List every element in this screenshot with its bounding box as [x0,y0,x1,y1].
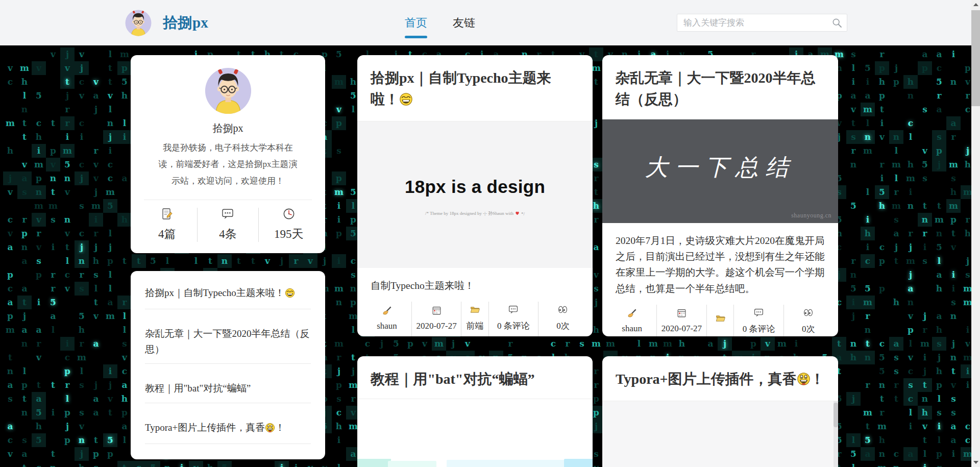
article-card: 教程｜用"bat"对抗“蝙蝠” [357,356,593,467]
meta-label: 0次 [802,323,815,335]
smile-emoji [265,423,275,433]
text-segment: 拾捌px｜自制Typecho主题来啦！ [145,287,285,298]
article-cover-image[interactable] [602,401,838,467]
recent-article-link[interactable]: 教程｜用"bat"对抗“蝙蝠” [145,381,311,403]
recent-article-link[interactable]: 拾捌px｜自制Typecho主题来啦！ [145,285,311,309]
search-input[interactable] [677,18,831,28]
site-title: 拾捌px [163,13,208,33]
calendar-icon [432,306,442,318]
pen-icon [382,306,392,315]
pen-icon [382,306,392,318]
article-cover-image[interactable]: 大一下总结 shaunyoung.cn [602,119,838,223]
comment-icon [222,208,234,220]
folder-icon [716,313,725,326]
text-segment: ！ [275,422,285,433]
recent-article-link[interactable]: 杂乱无章｜大一下暨2020半年总结（反思） [145,326,311,364]
smile-emoji [797,372,811,386]
article-card: 杂乱无章｜大一下暨2020半年总结（反思） 大一下总结 shaunyoung.c… [602,55,838,336]
comment-icon [754,308,764,317]
meta-comments[interactable]: 0 条评论 [734,305,783,336]
grin-emoji [285,287,295,303]
meta-category[interactable] [707,305,734,336]
meta-label: 0 条评论 [497,320,530,332]
grin-emoji [399,91,413,112]
meta-category[interactable]: 前端 [461,302,489,336]
site-logo-avatar-icon [125,10,152,36]
memo-icon [161,208,173,223]
article-title[interactable]: Typora+图片上传插件，真香！ [602,356,838,401]
scrollbar-thumb[interactable] [971,10,980,106]
eyes-icon [803,308,813,317]
text-segment: 教程｜用"bat"对抗“蝙蝠” [145,383,251,394]
cover-heading: 18px is a design [357,121,593,197]
grin-emoji [399,92,413,106]
meta-author[interactable]: shaun [362,302,412,336]
meta-author[interactable]: shaun [607,305,657,336]
cover-art-shape [357,459,391,467]
calendar-icon [432,306,442,315]
search-icon [831,17,843,29]
article-meta-row: shaun2020-07-27前端0 条评论0次 [357,302,593,336]
profile-name: 拾捌px [131,121,325,135]
profile-stats: 4篇4条195天 [131,200,325,242]
article-card: 拾捌px｜自制Typecho主题来啦！ 18px is a design /* … [357,55,593,336]
main-nav: 首页友链 [405,0,475,45]
eyes-icon [558,305,568,317]
eyes-icon [558,305,568,314]
cover-image-scrollbar [834,401,838,467]
meta-views: 0次 [784,305,833,336]
text-segment: ！ [811,371,825,387]
article-cover-image[interactable] [357,399,593,467]
profile-bio: 我是孙轶扬，电子科技大学本科在读，前端爱好者，这是拾捌px主题演示站，欢迎访问，… [155,140,301,189]
meta-label: 前端 [467,320,484,332]
folder-icon [470,305,480,314]
recent-article-link[interactable]: Typora+图片上传插件，真香！ [145,420,311,444]
meta-comments[interactable]: 0 条评论 [489,302,538,336]
stat-posts: 4篇 [137,208,198,242]
text-segment: 杂乱无章｜大一下暨2020半年总结（反思） [145,328,310,354]
clock-icon [283,208,295,223]
meta-label: 2020-07-27 [416,321,456,331]
clock-icon [283,208,295,220]
article-title[interactable]: 杂乱无章｜大一下暨2020半年总结（反思） [602,55,838,119]
article-cover-image[interactable]: 18px is a design /* Theme by 18px design… [357,121,593,268]
text-segment: 拾捌px｜自制Typecho主题来啦！ [371,70,551,107]
meta-views: 0次 [538,302,587,336]
search-icon[interactable] [831,17,843,29]
comment-icon [508,305,518,317]
nav-item-friend-links[interactable]: 友链 [453,0,475,45]
site-logo[interactable]: 拾捌px [125,0,208,45]
stat-value: 4篇 [158,226,176,242]
text-segment: Typora+图片上传插件，真香 [145,422,265,433]
scroll-down-arrow[interactable] [973,461,978,464]
smile-emoji [797,371,811,392]
scroll-up-arrow[interactable] [973,3,978,6]
site-header: 拾捌px 首页友链 [0,0,980,45]
profile-card: 拾捌px 我是孙轶扬，电子科技大学本科在读，前端爱好者，这是拾捌px主题演示站，… [131,55,325,253]
recent-articles-list: 拾捌px｜自制Typecho主题来啦！杂乱无章｜大一下暨2020半年总结（反思）… [131,271,325,444]
heart-icon [515,211,520,216]
stat-comments: 4条 [198,208,258,242]
meta-date: 2020-07-27 [657,305,706,336]
article-title[interactable]: 教程｜用"bat"对抗“蝙蝠” [357,356,593,399]
cover-art-shape [388,461,436,467]
nav-item-home[interactable]: 首页 [405,0,427,45]
article-card: Typora+图片上传插件，真香！ [602,356,838,467]
stat-days: 195天 [259,208,319,242]
calendar-icon [677,308,687,321]
eyes-icon [803,308,813,320]
text-segment: 杂乱无章｜大一下暨2020半年总结（反思） [616,70,815,107]
meta-label: 0次 [556,320,570,332]
avatar-illustration [205,67,252,114]
profile-avatar [205,67,252,114]
page-scrollbar[interactable] [971,0,980,467]
folder-icon [470,305,480,317]
article-excerpt: 2020年7月1日，史诗级灾难大片2020在魔鬼开局之后，目前演出已经过半，没想… [602,223,838,297]
grin-emoji [285,288,295,298]
pen-icon [627,308,637,318]
meta-label: 2020-07-27 [662,324,702,334]
text-segment: Typora+图片上传插件，真香 [616,371,797,387]
article-title[interactable]: 拾捌px｜自制Typecho主题来啦！ [357,55,593,121]
cover-caption-text: /* Theme by 18px designed by -|- 孙Shaun … [425,210,513,217]
folder-icon [716,313,725,323]
